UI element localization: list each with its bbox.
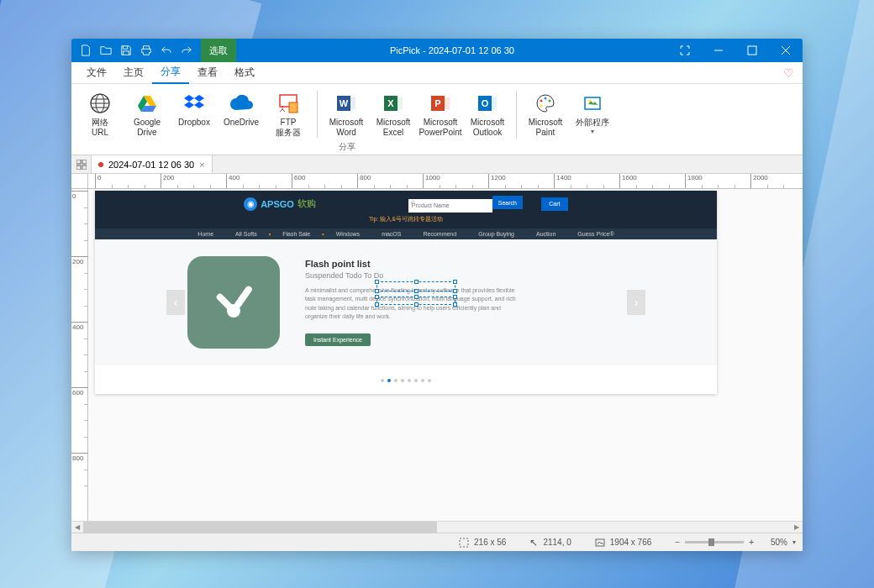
nav-item[interactable]: Recommend [413, 231, 466, 237]
menu-bar: 文件 主页 分享 查看 格式 ♡ [71, 62, 803, 84]
svg-rect-26 [82, 165, 87, 170]
ruler-horizontal[interactable]: 0200400600800100012001400160018002000 [71, 174, 803, 189]
ribbon-excel[interactable]: XMicrosoft Excel [371, 89, 415, 139]
svg-rect-0 [748, 46, 756, 55]
word-icon: W [334, 91, 359, 116]
svg-text:P: P [434, 98, 440, 108]
canvas[interactable]: ◉ APSGO软购 ⌕ Search Cart Tip: 输入&号可跳转专题活动… [88, 189, 803, 521]
nav-item[interactable]: Windows [326, 231, 370, 237]
cursor-icon: ↖ [529, 537, 538, 549]
carousel-next-icon[interactable]: › [627, 290, 645, 315]
fullscreen-icon[interactable] [668, 39, 702, 62]
ribbon-paint[interactable]: Microsoft Paint [524, 89, 567, 139]
favorite-icon[interactable]: ♡ [783, 66, 794, 80]
hero-title: Flash point list [305, 259, 524, 269]
svg-text:W: W [340, 98, 349, 108]
nav-item[interactable]: Home [187, 231, 224, 237]
print-icon[interactable] [137, 39, 155, 62]
svg-rect-24 [82, 160, 87, 164]
carousel-prev-icon[interactable]: ‹ [166, 290, 185, 315]
ribbon-onedrive[interactable]: OneDrive [219, 89, 263, 139]
status-bar: 216 x 56 ↖2114, 0 1904 x 766 − + 50% ▾ [71, 533, 803, 551]
nav-item[interactable]: Group Buying [468, 231, 524, 237]
editor-area: 0200400600800100012001400160018002000 02… [71, 174, 803, 533]
svg-rect-10 [398, 97, 403, 109]
status-image-size: 1904 x 766 [610, 538, 652, 547]
external-icon [580, 91, 605, 116]
zoom-in-button[interactable]: + [749, 538, 754, 547]
hero-description: A minimalist and comprehensive floating … [305, 286, 524, 322]
redo-icon[interactable] [177, 39, 196, 62]
search-button[interactable]: Search [492, 196, 523, 209]
open-folder-icon[interactable] [97, 39, 115, 62]
svg-point-18 [545, 97, 547, 100]
zoom-out-button[interactable]: − [675, 538, 680, 547]
logo-icon: ◉ [244, 197, 257, 211]
ruler-vertical[interactable]: 0200400600800 [71, 189, 88, 521]
mode-label[interactable]: 选取 [201, 39, 236, 62]
svg-point-22 [589, 100, 592, 102]
search-icon: ⌕ [411, 197, 415, 205]
carousel-dots[interactable] [95, 365, 717, 394]
dropbox-icon [182, 91, 207, 116]
close-button[interactable] [769, 39, 803, 62]
ribbon-ftp[interactable]: FTP 服务器 [266, 89, 310, 139]
ribbon-dropbox[interactable]: Dropbox [172, 89, 216, 139]
menu-format[interactable]: 格式 [226, 62, 263, 84]
zoom-slider[interactable] [685, 541, 744, 543]
nav-item[interactable]: Auction [526, 231, 566, 237]
menu-home[interactable]: 主页 [115, 62, 152, 84]
undo-icon[interactable] [157, 39, 176, 62]
hero-app-icon [187, 256, 280, 349]
svg-rect-7 [350, 97, 355, 109]
svg-rect-16 [492, 97, 497, 109]
image-size-icon [595, 538, 605, 548]
maximize-button[interactable] [735, 39, 769, 62]
scrollbar-horizontal[interactable]: ◀▶ [71, 521, 803, 533]
document-tab[interactable]: 2024-07-01 12 06 30 × [92, 155, 213, 173]
menu-share[interactable]: 分享 [152, 62, 189, 84]
nav-item[interactable]: Flash Sale [272, 231, 320, 237]
nav-item[interactable]: Guess Price® [567, 231, 624, 237]
ribbon-powerpoint[interactable]: PMicrosoft PowerPoint [419, 89, 462, 139]
ribbon-external[interactable]: 外部程序▾ [571, 89, 614, 139]
svg-rect-28 [234, 285, 254, 309]
nav-item[interactable]: All Softs [225, 231, 267, 237]
hero-subtitle: Suspended Todo To Do [305, 271, 524, 280]
grid-view-icon[interactable] [71, 155, 92, 173]
ribbon-web-url[interactable]: 网络 URL [78, 89, 122, 139]
tab-title: 2024-07-01 12 06 30 [108, 160, 194, 170]
svg-point-17 [540, 100, 543, 102]
ribbon-group-label: 分享 [187, 141, 507, 153]
svg-point-20 [540, 105, 543, 108]
menu-view[interactable]: 查看 [189, 62, 226, 84]
minimize-button[interactable] [702, 39, 735, 62]
ribbon-google-drive[interactable]: Google Drive [125, 89, 169, 139]
save-icon[interactable] [117, 39, 135, 62]
svg-rect-13 [445, 97, 450, 109]
onedrive-icon [229, 91, 254, 116]
new-file-icon[interactable] [76, 39, 95, 62]
menu-file[interactable]: 文件 [78, 62, 115, 84]
page-nav: HomeAll Softs•Flash Sale•WindowsmacOSRec… [95, 228, 717, 239]
svg-rect-4 [289, 102, 297, 113]
hero-cta-button[interactable]: Instant Experience [305, 333, 371, 346]
svg-rect-25 [76, 165, 81, 170]
document-tabs: 2024-07-01 12 06 30 × [71, 155, 803, 174]
zoom-dropdown-icon[interactable]: ▾ [792, 538, 796, 546]
svg-text:X: X [387, 98, 394, 108]
cart-button[interactable]: Cart [541, 197, 568, 211]
tip-text: Tip: 输入&号可跳转专题活动 [95, 215, 717, 223]
title-bar: 选取 PicPick - 2024-07-01 12 06 30 [71, 39, 803, 62]
ribbon-word[interactable]: WMicrosoft Word [324, 89, 368, 139]
nav-item[interactable]: macOS [371, 231, 411, 237]
hero-section: ‹ Flash point list Suspended Todo To Do … [95, 239, 717, 365]
search-input[interactable] [408, 199, 492, 213]
tab-close-icon[interactable]: × [199, 160, 204, 170]
ribbon: 网络 URL Google Drive Dropbox OneDrive FTP… [71, 84, 803, 155]
outlook-icon: O [475, 91, 500, 116]
ribbon-outlook[interactable]: OMicrosoft Outlook [466, 89, 509, 139]
status-selection: 216 x 56 [474, 538, 506, 547]
svg-text:O: O [482, 98, 489, 108]
unsaved-indicator-icon [98, 162, 103, 167]
